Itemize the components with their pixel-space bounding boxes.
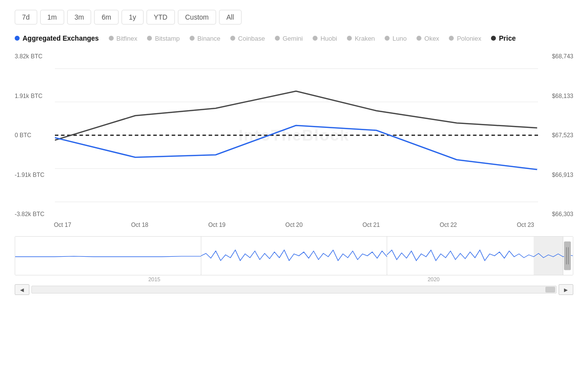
time-filter-ytd[interactable]: YTD [147, 10, 175, 24]
legend-label-bitfinex: Bitfinex [117, 35, 138, 42]
svg-rect-5 [15, 237, 573, 275]
legend-label-binance: Binance [197, 35, 220, 42]
legend-item-coinbase[interactable]: Coinbase [230, 35, 265, 42]
legend-item-bitfinex[interactable]: Bitfinex [109, 35, 138, 42]
main-container: 7d1m3m6m1yYTDCustomAll Aggregated Exchan… [0, 0, 588, 392]
legend-item-binance[interactable]: Binance [190, 35, 220, 42]
legend-label-bitstamp: Bitstamp [155, 35, 180, 42]
time-filter-6m[interactable]: 6m [94, 10, 118, 24]
legend-dot-price [491, 36, 496, 41]
navigator-x-labels: 20152020 [15, 275, 573, 282]
x-axis: Oct 17Oct 18Oct 19Oct 20Oct 21Oct 22Oct … [15, 219, 573, 228]
legend-label-aggregated: Aggregated Exchanges [23, 34, 99, 42]
x-axis-label: Oct 19 [208, 221, 225, 228]
time-filter-custom[interactable]: Custom [178, 10, 216, 24]
legend-label-coinbase: Coinbase [238, 35, 265, 42]
navigator-year-label: 2015 [148, 276, 160, 282]
svg-rect-9 [534, 237, 563, 275]
scrollbar-row: ◀ ▶ [15, 284, 573, 295]
svg-rect-10 [564, 242, 571, 270]
legend-dot-coinbase [230, 36, 235, 41]
legend-dot-luno [385, 36, 390, 41]
scroll-right-button[interactable]: ▶ [559, 284, 573, 295]
legend-dot-gemini [275, 36, 280, 41]
legend-item-huobi[interactable]: Huobi [313, 35, 337, 42]
chart-area: IntoTheBlock 3.82k BTC1.91k BTC0 BTC-1.9… [15, 52, 573, 219]
legend-item-aggregated[interactable]: Aggregated Exchanges [15, 34, 99, 42]
time-filter-1y[interactable]: 1y [122, 10, 144, 24]
price-line [55, 91, 537, 140]
scroll-track [31, 286, 557, 294]
legend-label-poloniex: Poloniex [457, 35, 481, 42]
main-chart-svg [15, 52, 573, 219]
x-axis-label: Oct 21 [363, 221, 380, 228]
legend-dot-huobi [313, 36, 318, 41]
legend-dot-poloniex [449, 36, 454, 41]
navigator-year-label: 2020 [428, 276, 440, 282]
legend: Aggregated ExchangesBitfinexBitstampBina… [15, 34, 573, 42]
legend-label-luno: Luno [392, 35, 407, 42]
x-axis-label: Oct 17 [54, 221, 71, 228]
chart-wrapper: IntoTheBlock 3.82k BTC1.91k BTC0 BTC-1.9… [15, 52, 573, 295]
legend-label-huobi: Huobi [320, 35, 337, 42]
legend-item-gemini[interactable]: Gemini [275, 35, 303, 42]
legend-item-price[interactable]: Price [491, 34, 515, 42]
legend-dot-aggregated [15, 36, 20, 41]
x-axis-label: Oct 18 [131, 221, 148, 228]
time-filter-1m[interactable]: 1m [40, 10, 64, 24]
legend-item-bitstamp[interactable]: Bitstamp [147, 35, 180, 42]
time-filter-7d[interactable]: 7d [15, 10, 37, 24]
legend-dot-okex [416, 36, 421, 41]
aggregated-exchanges-line [55, 125, 537, 170]
time-filter-3m[interactable]: 3m [67, 10, 91, 24]
legend-dot-bitfinex [109, 36, 114, 41]
scroll-thumb [545, 287, 555, 293]
legend-label-price: Price [499, 34, 515, 42]
legend-label-okex: Okex [424, 35, 439, 42]
navigator-svg [15, 237, 573, 275]
legend-dot-kraken [347, 36, 352, 41]
legend-label-gemini: Gemini [283, 35, 303, 42]
x-axis-label: Oct 20 [285, 221, 302, 228]
legend-item-kraken[interactable]: Kraken [347, 35, 375, 42]
x-axis-label: Oct 23 [517, 221, 534, 228]
legend-dot-bitstamp [147, 36, 152, 41]
navigator-container [15, 236, 573, 275]
legend-label-kraken: Kraken [355, 35, 375, 42]
legend-item-poloniex[interactable]: Poloniex [449, 35, 481, 42]
scroll-left-button[interactable]: ◀ [15, 284, 29, 295]
time-filters: 7d1m3m6m1yYTDCustomAll [15, 10, 573, 24]
time-filter-all[interactable]: All [219, 10, 242, 24]
x-axis-label: Oct 22 [440, 221, 457, 228]
legend-dot-binance [190, 36, 195, 41]
legend-item-okex[interactable]: Okex [416, 35, 439, 42]
legend-item-luno[interactable]: Luno [385, 35, 407, 42]
